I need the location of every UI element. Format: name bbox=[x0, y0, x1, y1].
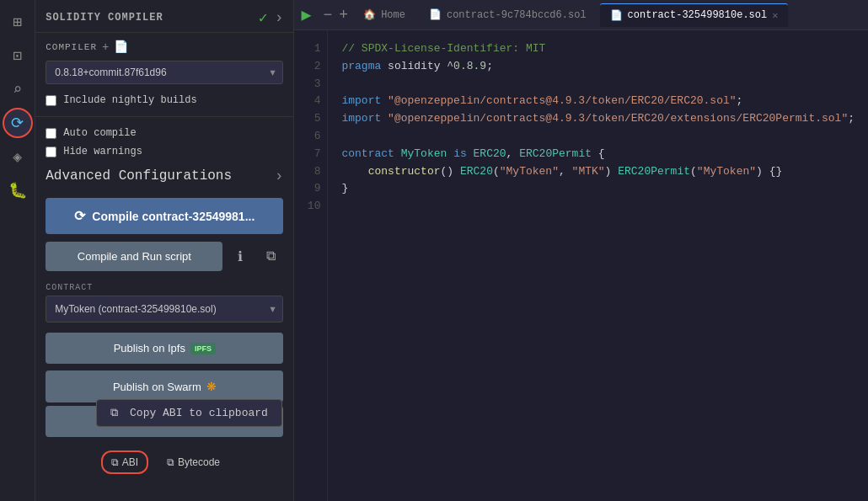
bytecode-button[interactable]: ⧉ Bytecode bbox=[158, 452, 228, 472]
auto-compile-label: Auto compile bbox=[63, 127, 136, 139]
advanced-configurations[interactable]: Advanced Configurations › bbox=[35, 161, 293, 191]
hide-warnings-checkbox[interactable] bbox=[46, 147, 56, 157]
hide-warnings-row: Hide warnings bbox=[35, 142, 293, 161]
copy-artifact-button[interactable]: Co bbox=[46, 406, 283, 437]
ipfs-badge: IPFS bbox=[190, 343, 216, 354]
compiler-label: COMPILER bbox=[46, 42, 97, 52]
compiler-panel: SOLIDITY COMPILER ✓ › COMPILER + 📄 0.8.1… bbox=[35, 0, 294, 501]
tab-bar: ▶ − + 🏠 Home 📄 contract-9c784bccd6.sol 📄… bbox=[294, 0, 868, 30]
compile-run-row: Compile and Run script ℹ ⧉ bbox=[46, 241, 283, 271]
tab-contract-1[interactable]: 📄 contract-9c784bccd6.sol bbox=[419, 3, 597, 26]
abi-label: ABI bbox=[122, 456, 138, 468]
code-line-1: // SPDX-License-Identifier: MIT bbox=[341, 40, 855, 58]
contract-label: CONTRACT bbox=[35, 278, 293, 296]
copy-button[interactable]: ⧉ bbox=[258, 241, 283, 271]
swarm-icon: ❋ bbox=[206, 380, 217, 393]
code-line-3 bbox=[341, 76, 855, 93]
contract2-close-icon[interactable]: ✕ bbox=[772, 9, 778, 22]
icon-bar: ⊞ ⊡ ⌕ ⟳ ◈ 🐛 bbox=[0, 0, 35, 501]
menu-expand-icon[interactable]: › bbox=[275, 9, 284, 26]
nightly-builds-label: Include nightly builds bbox=[63, 94, 196, 106]
home-tab-icon: 🏠 bbox=[363, 8, 376, 21]
editor-area: ▶ − + 🏠 Home 📄 contract-9c784bccd6.sol 📄… bbox=[294, 0, 868, 501]
compile-button[interactable]: ⟳ Compile contract-32549981... bbox=[46, 198, 283, 234]
zoom-out-icon[interactable]: − bbox=[322, 5, 335, 25]
sidebar-item-search[interactable]: ⌕ bbox=[3, 74, 33, 104]
contract-select-wrapper: MyToken (contract-325499810e.sol) ▾ bbox=[46, 296, 283, 322]
tab-contract-2[interactable]: 📄 contract-325499810e.sol ✕ bbox=[600, 3, 789, 27]
compile-icon: ⟳ bbox=[74, 208, 85, 224]
code-line-9: } bbox=[341, 180, 855, 198]
compile-label: Compile contract-32549981... bbox=[92, 210, 255, 223]
panel-header-icons: ✓ › bbox=[259, 8, 284, 27]
sidebar-item-compiler[interactable]: ⟳ bbox=[3, 108, 33, 138]
code-content[interactable]: // SPDX-License-Identifier: MIT pragma s… bbox=[328, 30, 868, 501]
publish-swarm-label: Publish on Swarm bbox=[113, 381, 201, 393]
info-button[interactable]: ℹ bbox=[228, 241, 253, 271]
code-line-2: pragma solidity ^0.8.9; bbox=[341, 58, 855, 76]
auto-compile-row: Auto compile bbox=[35, 124, 293, 142]
sidebar-item-files[interactable]: ⊡ bbox=[3, 40, 33, 71]
nightly-builds-checkbox[interactable] bbox=[46, 95, 56, 106]
tab-home[interactable]: 🏠 Home bbox=[353, 3, 415, 26]
publish-ipfs-button[interactable]: Publish on Ipfs IPFS bbox=[46, 333, 283, 364]
panel-title: SOLIDITY COMPILER bbox=[46, 12, 163, 24]
compile-run-button[interactable]: Compile and Run script bbox=[46, 242, 222, 271]
advanced-title: Advanced Configurations bbox=[46, 168, 232, 184]
abi-copy-icon: ⧉ bbox=[111, 456, 119, 468]
bytecode-copy-icon: ⧉ bbox=[167, 456, 174, 468]
code-line-6 bbox=[341, 128, 855, 146]
play-icon[interactable]: ▶ bbox=[301, 4, 311, 25]
contract2-tab-label: contract-325499810e.sol bbox=[628, 9, 768, 21]
line-numbers: 1 2 3 4 5 6 7 8 9 10 bbox=[294, 30, 328, 501]
check-icon[interactable]: ✓ bbox=[259, 8, 268, 27]
auto-compile-checkbox[interactable] bbox=[46, 128, 56, 139]
version-select[interactable]: 0.8.18+commit.87f61d96 bbox=[46, 61, 283, 84]
contract-select[interactable]: MyToken (contract-325499810e.sol) bbox=[46, 296, 283, 322]
sidebar-item-home[interactable]: ⊞ bbox=[3, 7, 33, 37]
publish-ipfs-label: Publish on Ipfs bbox=[114, 342, 185, 354]
add-icon[interactable]: + bbox=[102, 40, 109, 54]
zoom-in-icon[interactable]: + bbox=[337, 5, 350, 25]
compiler-label-row: COMPILER + 📄 bbox=[35, 33, 293, 57]
code-line-7: contract MyToken is ERC20, ERC20Permit { bbox=[341, 146, 855, 163]
publish-swarm-button[interactable]: Publish on Swarm ❋ bbox=[46, 370, 283, 402]
nightly-builds-row: Include nightly builds bbox=[35, 91, 293, 109]
contract1-tab-icon: 📄 bbox=[429, 8, 442, 21]
code-editor: 1 2 3 4 5 6 7 8 9 10 // SPDX-License-Ide… bbox=[294, 30, 868, 501]
home-tab-label: Home bbox=[381, 9, 405, 21]
panel-header: SOLIDITY COMPILER ✓ › bbox=[35, 0, 293, 33]
contract1-tab-label: contract-9c784bccd6.sol bbox=[447, 9, 587, 21]
sidebar-item-debug[interactable]: 🐛 bbox=[3, 175, 33, 205]
abi-bytecode-row: ⧉ ABI ⧉ Bytecode bbox=[35, 444, 293, 481]
bytecode-label: Bytecode bbox=[178, 456, 220, 468]
version-select-wrapper: 0.8.18+commit.87f61d96 ▾ bbox=[46, 61, 283, 84]
code-line-5: import "@openzeppelin/contracts@4.9.3/to… bbox=[341, 110, 855, 128]
contract2-tab-icon: 📄 bbox=[610, 9, 623, 22]
bottom-btns: Co ⧉ Copy ABI to clipboard bbox=[46, 406, 283, 437]
divider-1 bbox=[35, 116, 293, 117]
abi-button[interactable]: ⧉ ABI bbox=[101, 450, 148, 474]
code-line-4: import "@openzeppelin/contracts@4.9.3/to… bbox=[341, 93, 855, 110]
advanced-chevron-icon: › bbox=[275, 168, 284, 184]
hide-warnings-label: Hide warnings bbox=[63, 146, 142, 157]
code-line-10 bbox=[341, 198, 855, 216]
doc-icon[interactable]: 📄 bbox=[114, 40, 128, 54]
sidebar-item-deploy[interactable]: ◈ bbox=[3, 141, 33, 172]
code-line-8: constructor() ERC20("MyToken", "MTK") ER… bbox=[341, 163, 855, 181]
